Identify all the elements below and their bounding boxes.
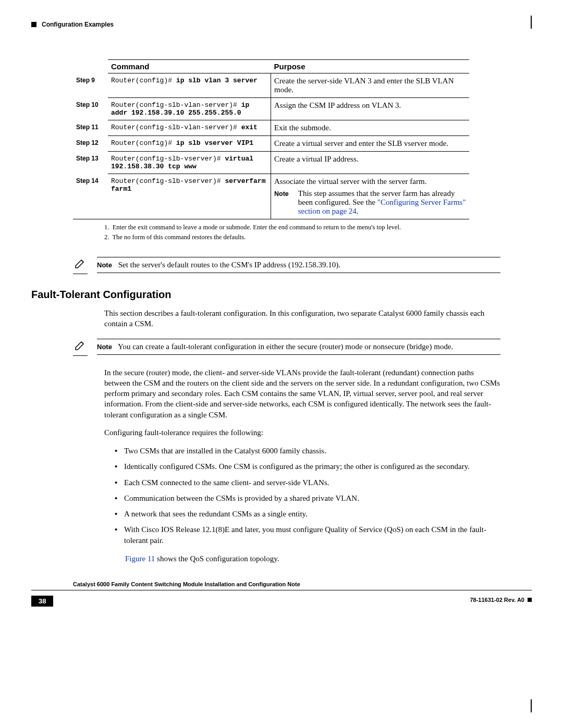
table-footnotes: 1. Enter the exit command to leave a mod… — [104, 224, 532, 241]
col-command: Command — [108, 60, 271, 73]
step-label: Step 14 — [73, 174, 108, 219]
header-square-icon — [31, 22, 36, 27]
footer-doc-title: Catalyst 6000 Family Content Switching M… — [73, 581, 300, 587]
paragraph: Configuring fault-tolerance requires the… — [104, 427, 500, 438]
table-row: Step 11 Router(config-slb-vlan-server)# … — [73, 120, 469, 136]
purpose-cell: Exit the submode. — [271, 120, 470, 136]
footnote-2: The no form of this command restores the… — [112, 233, 246, 241]
table-row: Step 13 Router(config-slb-vserver)# virt… — [73, 152, 469, 174]
col-purpose: Purpose — [271, 60, 470, 73]
purpose-cell: Associate the virtual server with the se… — [271, 174, 470, 219]
note-label: Note — [97, 343, 112, 351]
inline-note: Note This step assumes that the server f… — [274, 189, 466, 216]
note-label: Note — [274, 190, 289, 198]
figure-reference: Figure 11 shows the QoS configuration to… — [125, 553, 500, 564]
footer-square-icon — [528, 598, 532, 602]
command-cell: Router(config-slb-vlan-server)# exit — [108, 120, 271, 136]
step-label: Step 11 — [73, 120, 108, 136]
list-item: Identically configured CSMs. One CSM is … — [115, 461, 500, 472]
purpose-cell: Create a virtual server and enter the SL… — [271, 136, 470, 152]
list-item: Each CSM connected to the same client- a… — [115, 477, 500, 488]
step-label: Step 9 — [73, 73, 108, 98]
command-cell: Router(config)# ip slb vlan 3 server — [108, 73, 271, 98]
command-cell: Router(config)# ip slb vserver VIP1 — [108, 136, 271, 152]
list-item: A network that sees the redundant CSMs a… — [115, 509, 500, 519]
purpose-cell: Create a virtual IP address. — [271, 152, 470, 174]
purpose-cell: Assign the CSM IP address on VLAN 3. — [271, 98, 470, 120]
doc-id: 78-11631-02 Rev. A0 — [470, 597, 524, 603]
footnote-1: Enter the exit command to leave a mode o… — [113, 224, 401, 231]
table-row: Step 14 Router(config-slb-vserver)# serv… — [73, 174, 469, 219]
note-label: Note — [97, 261, 112, 269]
step-label: Step 12 — [73, 136, 108, 152]
table-row: Step 10 Router(config-slb-vlan-server)# … — [73, 98, 469, 120]
table-row: Step 12 Router(config)# ip slb vserver V… — [73, 136, 469, 152]
running-header: Configuration Examples — [31, 21, 532, 28]
note-callout: Note Set the server's default routes to … — [73, 257, 500, 274]
command-table: Command Purpose Step 9 Router(config)# i… — [73, 59, 469, 219]
command-cell: Router(config-slb-vserver)# virtual 192.… — [108, 152, 271, 174]
crop-mark — [531, 16, 532, 29]
command-cell: Router(config-slb-vlan-server)# ip addr … — [108, 98, 271, 120]
step-label: Step 10 — [73, 98, 108, 120]
bullet-list: Two CSMs that are installed in the Catal… — [115, 446, 500, 546]
paragraph: This section describes a fault-tolerant … — [104, 308, 500, 329]
note-text: Set the server's default routes to the C… — [118, 261, 340, 269]
page-number: 38 — [31, 596, 53, 607]
pencil-icon — [73, 339, 88, 356]
figure-link[interactable]: Figure 11 — [125, 554, 155, 563]
paragraph: In the secure (router) mode, the client-… — [104, 367, 500, 420]
list-item: With Cisco IOS Release 12.1(8)E and late… — [115, 524, 500, 546]
header-section-title: Configuration Examples — [42, 21, 114, 28]
step-label: Step 13 — [73, 152, 108, 174]
table-row: Step 9 Router(config)# ip slb vlan 3 ser… — [73, 73, 469, 98]
pencil-icon — [73, 257, 88, 274]
page-footer: Catalyst 6000 Family Content Switching M… — [31, 590, 532, 607]
note-callout: Note You can create a fault-tolerant con… — [73, 339, 500, 356]
list-item: Communication between the CSMs is provid… — [115, 493, 500, 503]
purpose-cell: Create the server-side VLAN 3 and enter … — [271, 73, 470, 98]
command-cell: Router(config-slb-vserver)# serverfarm f… — [108, 174, 271, 219]
note-text: You can create a fault-tolerant configur… — [118, 342, 453, 351]
list-item: Two CSMs that are installed in the Catal… — [115, 446, 500, 456]
section-heading: Fault-Tolerant Configuration — [31, 289, 532, 301]
